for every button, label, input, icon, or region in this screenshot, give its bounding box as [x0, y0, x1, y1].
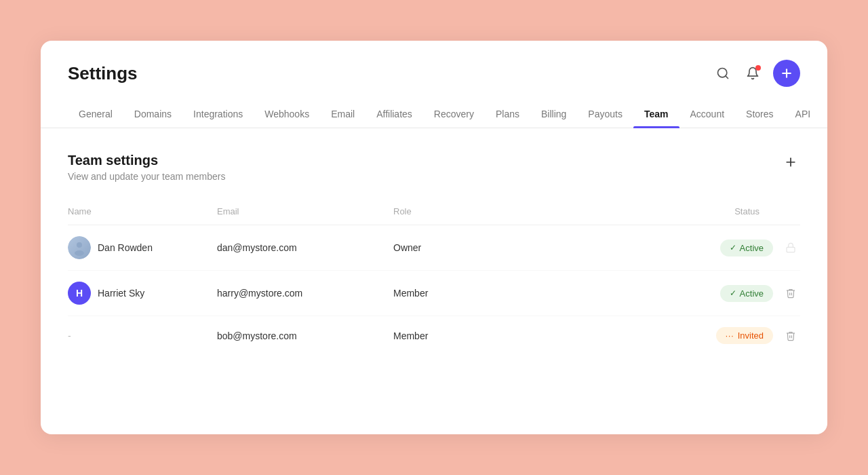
status-cell: ✓ Active [512, 271, 800, 316]
table-row: Dan Rowden dan@mystore.com Owner ✓ Activ… [68, 225, 800, 271]
section-subtitle: View and update your team members [68, 171, 225, 182]
status-badge: ✓ Active [720, 285, 773, 302]
svg-point-6 [77, 242, 82, 248]
page-title: Settings [68, 63, 138, 84]
delete-button[interactable] [781, 285, 800, 301]
section-title-group: Team settings View and update your team … [68, 153, 225, 182]
avatar: H [68, 282, 91, 305]
table-header: Name Email Role Status [68, 201, 800, 225]
search-button[interactable] [713, 64, 732, 83]
email-cell: bob@mystore.com [217, 316, 393, 356]
status-badge: ··· Invited [716, 327, 773, 344]
header-actions [713, 60, 800, 87]
tab-api[interactable]: API [785, 100, 822, 128]
member-name: - [68, 330, 71, 341]
tab-team[interactable]: Team [633, 100, 679, 128]
svg-rect-8 [787, 247, 795, 252]
content-area: Team settings View and update your team … [41, 128, 827, 379]
global-add-button[interactable] [773, 60, 800, 87]
tab-integrations[interactable]: Integrations [182, 100, 254, 128]
tab-stores[interactable]: Stores [735, 100, 784, 128]
table-body: Dan Rowden dan@mystore.com Owner ✓ Activ… [68, 225, 800, 356]
tab-affiliates[interactable]: Affiliates [366, 100, 423, 128]
name-cell: H Harriet Sky [68, 271, 217, 316]
check-icon: ✓ [730, 288, 736, 298]
status-cell: ··· Invited [512, 316, 800, 356]
delete-button [781, 240, 800, 256]
tab-plans[interactable]: Plans [485, 100, 530, 128]
settings-card: Settings General Domains Integ [41, 41, 827, 434]
status-cell: ✓ Active [512, 225, 800, 271]
team-table: Name Email Role Status [68, 201, 800, 355]
tab-general[interactable]: General [68, 100, 123, 128]
col-email: Email [217, 201, 393, 225]
page-header: Settings [41, 41, 827, 87]
member-name: Dan Rowden [98, 242, 153, 253]
email-cell: dan@mystore.com [217, 225, 393, 271]
settings-nav: General Domains Integrations Webhooks Em… [41, 100, 827, 128]
name-cell: Dan Rowden [68, 225, 217, 271]
role-cell: Owner [393, 225, 512, 271]
check-icon: ✓ [730, 243, 736, 252]
plus-icon [780, 66, 793, 80]
status-badge: ✓ Active [720, 240, 773, 256]
tab-billing[interactable]: Billing [530, 100, 577, 128]
person-icon [71, 240, 87, 256]
plus-icon [784, 155, 797, 169]
add-member-button[interactable] [781, 153, 800, 176]
notification-dot [755, 65, 761, 71]
tab-account[interactable]: Account [679, 100, 736, 128]
tab-domains[interactable]: Domains [123, 100, 182, 128]
col-role: Role [393, 201, 512, 225]
tab-email[interactable]: Email [320, 100, 366, 128]
table-row: - bob@mystore.com Member ··· Invited [68, 316, 800, 356]
role-cell: Member [393, 316, 512, 356]
col-status: Status [512, 201, 800, 225]
avatar [68, 236, 91, 259]
tab-payouts[interactable]: Payouts [577, 100, 633, 128]
table-row: H Harriet Sky harry@mystore.com Member ✓… [68, 271, 800, 316]
svg-line-1 [726, 76, 728, 79]
section-title: Team settings [68, 153, 225, 168]
email-cell: harry@mystore.com [217, 271, 393, 316]
notifications-button[interactable] [743, 64, 762, 83]
name-cell: - [68, 316, 217, 356]
tab-webhooks[interactable]: Webhooks [254, 100, 320, 128]
lock-icon [785, 242, 796, 253]
dots-icon: ··· [726, 331, 734, 341]
trash-icon [785, 330, 796, 341]
svg-point-7 [75, 250, 84, 256]
section-header: Team settings View and update your team … [68, 153, 800, 182]
trash-icon [785, 288, 796, 299]
role-cell: Member [393, 271, 512, 316]
member-name: Harriet Sky [98, 288, 144, 299]
col-name: Name [68, 201, 217, 225]
search-icon [716, 66, 730, 80]
delete-button[interactable] [781, 328, 800, 344]
tab-recovery[interactable]: Recovery [423, 100, 485, 128]
